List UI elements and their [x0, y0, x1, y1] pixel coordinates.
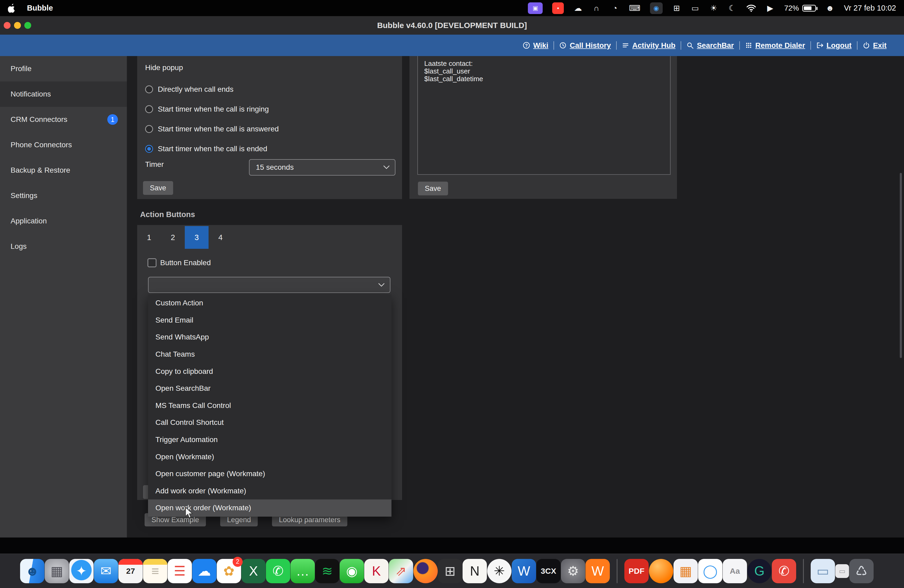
apple-menu-icon[interactable]	[8, 4, 16, 13]
calendar-icon[interactable]: 27	[119, 559, 143, 583]
dropdown-option[interactable]: Copy to clipboard	[148, 363, 392, 380]
dropdown-option[interactable]: Open customer page (Workmate)	[148, 465, 392, 482]
radio-option[interactable]: Start timer when the call is ended	[137, 139, 402, 159]
sidebar-item[interactable]: Application	[0, 208, 127, 234]
calculator-icon[interactable]: ⊞	[438, 559, 462, 583]
bubble-menubar-icon[interactable]: ◉	[650, 2, 663, 14]
onedrive-icon[interactable]: ☁	[573, 2, 582, 14]
brightness-icon[interactable]: ☀	[709, 2, 718, 14]
sidebar-item[interactable]: Phone Connectors	[0, 132, 127, 158]
radio-button[interactable]	[145, 125, 153, 133]
workmate-icon[interactable]: W	[585, 559, 610, 583]
trash-icon[interactable]: ♺	[849, 559, 874, 583]
minimized-window-icon[interactable]: ▭	[835, 564, 849, 578]
header-link-wiki[interactable]: ? Wiki	[518, 41, 553, 50]
header-link-searchbar[interactable]: SearchBar	[681, 41, 739, 50]
screen-mirroring-indicator-icon[interactable]: ▣	[528, 2, 543, 14]
radio-option[interactable]: Directly when call ends	[137, 79, 402, 99]
header-link-activity-hub[interactable]: Activity Hub	[617, 41, 681, 50]
dropdown-option[interactable]: Open SearchBar	[148, 380, 392, 397]
chatgpt-icon[interactable]: ✳	[487, 559, 512, 583]
menubar-clock[interactable]: Vr 27 feb 10:02	[844, 4, 896, 13]
dropdown-option[interactable]: Send Email	[148, 312, 392, 329]
header-link-exit[interactable]: Exit	[858, 41, 892, 50]
action-tab[interactable]: 4	[209, 226, 232, 249]
threecx-icon[interactable]: 3CX	[536, 559, 561, 583]
window-layout-icon[interactable]: ⊞	[672, 2, 681, 14]
dropdown-option[interactable]: Custom Action	[148, 294, 392, 312]
word-icon[interactable]: W	[512, 559, 536, 583]
action-type-select[interactable]	[148, 277, 390, 293]
headphones-icon[interactable]: ∩	[592, 2, 601, 14]
now-playing-icon[interactable]: ▶	[766, 2, 775, 14]
acrobat-icon[interactable]: PDF	[624, 559, 649, 583]
recording-indicator-icon[interactable]: ▪	[552, 2, 564, 14]
orange-sphere-app-icon[interactable]	[649, 559, 673, 583]
launchpad-icon[interactable]: ▦	[45, 559, 69, 583]
safari-icon[interactable]: ✦	[69, 559, 93, 583]
action-tab[interactable]: 1	[137, 226, 161, 249]
textedit-icon[interactable]: Aa	[723, 559, 747, 583]
dropdown-option[interactable]: Call Control Shortcut	[148, 414, 392, 431]
sidebar-item[interactable]: Logs	[0, 234, 127, 259]
dropdown-option[interactable]: Add work order (Workmate)	[148, 482, 392, 500]
action-tab[interactable]: 3	[185, 226, 209, 249]
finder-icon[interactable]: ☻	[20, 559, 44, 583]
usage-gauge-icon[interactable]: ◔	[610, 2, 620, 14]
wifi-icon[interactable]	[746, 2, 756, 14]
excel-icon[interactable]: X	[241, 559, 266, 583]
dropdown-option[interactable]: Chat Teams	[148, 346, 392, 363]
save-button[interactable]: Save	[418, 182, 448, 195]
keyboard-icon[interactable]: ⌨	[629, 2, 640, 14]
onedrive-dock-icon[interactable]: ☁	[192, 559, 217, 583]
passwords-grid-icon[interactable]: ▦	[673, 559, 698, 583]
system-settings-icon[interactable]: ⚙	[561, 559, 585, 583]
contact-template-textbox[interactable]: Laatste contact: $last_call_user $last_c…	[417, 56, 671, 175]
sidebar-item[interactable]: Profile	[0, 56, 127, 81]
notion-icon[interactable]: N	[463, 559, 487, 583]
focus-icon[interactable]: ☾	[728, 2, 736, 14]
action-tab[interactable]: 2	[161, 226, 185, 249]
timer-select[interactable]: 15 seconds	[249, 159, 395, 175]
notes-icon[interactable]: ≡	[143, 559, 168, 583]
maps-icon[interactable]: ⇗	[389, 559, 413, 583]
menubar-app-name[interactable]: Bubble	[27, 4, 53, 13]
photos-icon[interactable]: ✿2	[217, 559, 241, 583]
user-switch-icon[interactable]: ☻	[825, 2, 834, 14]
header-link-logout[interactable]: Logout	[811, 41, 857, 50]
firefox-icon[interactable]	[413, 559, 438, 583]
phone-icon[interactable]: ✆	[772, 559, 796, 583]
vertical-scrollbar[interactable]	[900, 173, 902, 358]
radio-option[interactable]: Start timer when the call is answered	[137, 119, 402, 139]
gitkraken-icon[interactable]: G	[747, 559, 771, 583]
radio-option[interactable]: Start timer when the call is ringing	[137, 99, 402, 119]
close-window-button[interactable]	[4, 22, 11, 29]
whatsapp-icon[interactable]: ✆	[266, 559, 290, 583]
dropdown-option[interactable]: Open (Workmate)	[148, 448, 392, 465]
button-enabled-checkbox[interactable]	[147, 258, 156, 267]
dropdown-option[interactable]: MS Teams Call Control	[148, 397, 392, 414]
sidebar-item[interactable]: Backup & Restore	[0, 158, 127, 183]
sidebar-item[interactable]: CRM Connectors1	[0, 107, 127, 132]
bubble-app-icon[interactable]: ◯	[698, 559, 722, 583]
dropdown-option[interactable]: Send WhatsApp	[148, 329, 392, 346]
screen-sharing-window-icon[interactable]: ▭	[811, 559, 835, 583]
dropdown-option[interactable]: Open work order (Workmate)	[148, 499, 392, 517]
radio-button[interactable]	[145, 85, 153, 93]
spotify-icon[interactable]: ≋	[315, 559, 340, 583]
reminders-icon[interactable]: ☰	[168, 559, 192, 583]
radio-button[interactable]	[145, 145, 153, 153]
sidebar-item[interactable]: Settings	[0, 183, 127, 208]
save-button[interactable]: Save	[143, 181, 173, 195]
dropdown-option[interactable]: Trigger Automation	[148, 431, 392, 448]
display-icon[interactable]: ▭	[691, 2, 700, 14]
header-link-remote-dialer[interactable]: Remote Dialer	[740, 41, 811, 50]
messages-icon[interactable]: …	[291, 559, 315, 583]
sidebar-item[interactable]: Notifications	[0, 81, 127, 107]
kitchenaid-icon[interactable]: K	[364, 559, 389, 583]
facetime-icon[interactable]: ◉	[340, 559, 364, 583]
header-link-call-history[interactable]: Call History	[554, 41, 616, 50]
mail-icon[interactable]: ✉	[94, 559, 118, 583]
minimize-window-button[interactable]	[14, 22, 21, 29]
zoom-window-button[interactable]	[24, 22, 31, 29]
